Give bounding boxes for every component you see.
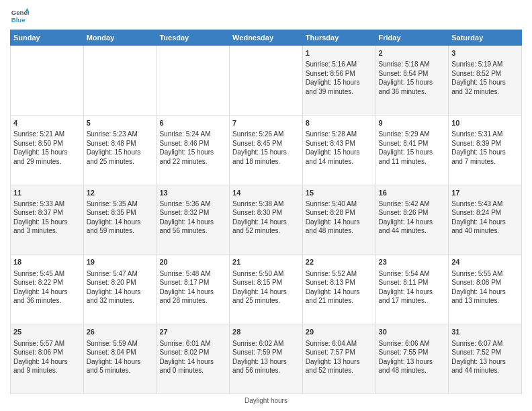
day-number-1-1: 5 — [87, 118, 154, 128]
day-number-3-2: 20 — [159, 257, 226, 267]
calendar-table: Sunday Monday Tuesday Wednesday Thursday… — [10, 30, 522, 394]
cell-3-3: 21Sunrise: 5:50 AMSunset: 8:15 PMDayligh… — [230, 255, 303, 324]
day-info-1-0: Sunrise: 5:21 AMSunset: 8:50 PMDaylight:… — [13, 130, 81, 166]
cell-2-2: 13Sunrise: 5:36 AMSunset: 8:32 PMDayligh… — [157, 185, 230, 255]
cell-3-4: 22Sunrise: 5:52 AMSunset: 8:13 PMDayligh… — [302, 255, 375, 324]
day-info-2-3: Sunrise: 5:38 AMSunset: 8:30 PMDaylight:… — [232, 199, 300, 236]
day-info-0-6: Sunrise: 5:19 AMSunset: 8:52 PMDaylight:… — [451, 60, 519, 96]
calendar-header: Sunday Monday Tuesday Wednesday Thursday… — [11, 30, 522, 46]
footer-note: Daylight hours — [10, 397, 522, 404]
day-number-0-5: 2 — [379, 48, 446, 58]
cell-0-1 — [83, 46, 157, 116]
day-number-1-3: 7 — [232, 118, 300, 128]
cell-0-6: 3Sunrise: 5:19 AMSunset: 8:52 PMDaylight… — [449, 46, 522, 116]
week-row-3: 18Sunrise: 5:45 AMSunset: 8:22 PMDayligh… — [11, 255, 522, 324]
cell-1-0: 4Sunrise: 5:21 AMSunset: 8:50 PMDaylight… — [11, 115, 84, 185]
day-info-4-3: Sunrise: 6:02 AMSunset: 7:59 PMDaylight:… — [232, 339, 300, 375]
logo-icon: General Blue — [10, 7, 29, 26]
cell-1-6: 10Sunrise: 5:31 AMSunset: 8:39 PMDayligh… — [449, 115, 522, 185]
day-number-3-6: 24 — [451, 257, 519, 267]
cell-4-2: 27Sunrise: 6:01 AMSunset: 8:02 PMDayligh… — [157, 324, 230, 394]
cell-1-3: 7Sunrise: 5:26 AMSunset: 8:45 PMDaylight… — [230, 115, 303, 185]
col-friday: Friday — [375, 30, 449, 46]
week-row-2: 11Sunrise: 5:33 AMSunset: 8:37 PMDayligh… — [11, 185, 522, 255]
cell-2-3: 14Sunrise: 5:38 AMSunset: 8:30 PMDayligh… — [230, 185, 303, 255]
day-number-4-5: 30 — [379, 327, 446, 337]
day-number-2-5: 16 — [379, 188, 446, 198]
day-info-3-5: Sunrise: 5:54 AMSunset: 8:11 PMDaylight:… — [379, 269, 446, 306]
day-number-4-1: 26 — [87, 327, 154, 337]
day-info-3-3: Sunrise: 5:50 AMSunset: 8:15 PMDaylight:… — [232, 269, 300, 306]
day-info-4-6: Sunrise: 6:07 AMSunset: 7:52 PMDaylight:… — [451, 339, 519, 375]
day-number-0-4: 1 — [306, 48, 373, 58]
col-monday: Monday — [83, 30, 157, 46]
day-info-1-3: Sunrise: 5:26 AMSunset: 8:45 PMDaylight:… — [232, 130, 300, 166]
cell-4-0: 25Sunrise: 5:57 AMSunset: 8:06 PMDayligh… — [11, 324, 84, 394]
day-info-2-5: Sunrise: 5:42 AMSunset: 8:26 PMDaylight:… — [379, 199, 446, 236]
day-number-4-6: 31 — [451, 327, 519, 337]
day-number-0-6: 3 — [451, 48, 519, 58]
day-info-1-6: Sunrise: 5:31 AMSunset: 8:39 PMDaylight:… — [451, 130, 519, 166]
day-number-1-5: 9 — [379, 118, 446, 128]
day-number-2-1: 12 — [87, 188, 154, 198]
day-number-1-2: 6 — [159, 118, 226, 128]
day-number-3-1: 19 — [87, 257, 154, 267]
cell-2-4: 15Sunrise: 5:40 AMSunset: 8:28 PMDayligh… — [302, 185, 375, 255]
cell-4-1: 26Sunrise: 5:59 AMSunset: 8:04 PMDayligh… — [83, 324, 157, 394]
cell-1-5: 9Sunrise: 5:29 AMSunset: 8:41 PMDaylight… — [375, 115, 449, 185]
day-info-4-2: Sunrise: 6:01 AMSunset: 8:02 PMDaylight:… — [159, 339, 226, 375]
day-info-0-4: Sunrise: 5:16 AMSunset: 8:56 PMDaylight:… — [306, 60, 373, 96]
day-info-4-0: Sunrise: 5:57 AMSunset: 8:06 PMDaylight:… — [13, 339, 81, 375]
cell-3-5: 23Sunrise: 5:54 AMSunset: 8:11 PMDayligh… — [375, 255, 449, 324]
day-info-3-1: Sunrise: 5:47 AMSunset: 8:20 PMDaylight:… — [87, 269, 154, 306]
col-thursday: Thursday — [302, 30, 375, 46]
day-info-3-2: Sunrise: 5:48 AMSunset: 8:17 PMDaylight:… — [159, 269, 226, 306]
cell-2-6: 17Sunrise: 5:43 AMSunset: 8:24 PMDayligh… — [449, 185, 522, 255]
day-number-2-0: 11 — [13, 188, 81, 198]
day-number-4-4: 29 — [306, 327, 373, 337]
day-number-2-2: 13 — [159, 188, 226, 198]
day-info-1-4: Sunrise: 5:28 AMSunset: 8:43 PMDaylight:… — [306, 130, 373, 166]
day-number-2-4: 15 — [306, 188, 373, 198]
header-row: Sunday Monday Tuesday Wednesday Thursday… — [11, 30, 522, 46]
day-number-3-3: 21 — [232, 257, 300, 267]
day-info-4-5: Sunrise: 6:06 AMSunset: 7:55 PMDaylight:… — [379, 339, 446, 375]
cell-0-5: 2Sunrise: 5:18 AMSunset: 8:54 PMDaylight… — [375, 46, 449, 116]
day-number-1-0: 4 — [13, 118, 81, 128]
cell-4-6: 31Sunrise: 6:07 AMSunset: 7:52 PMDayligh… — [449, 324, 522, 394]
day-info-3-6: Sunrise: 5:55 AMSunset: 8:08 PMDaylight:… — [451, 269, 519, 306]
day-info-2-0: Sunrise: 5:33 AMSunset: 8:37 PMDaylight:… — [13, 199, 81, 236]
week-row-4: 25Sunrise: 5:57 AMSunset: 8:06 PMDayligh… — [11, 324, 522, 394]
cell-0-4: 1Sunrise: 5:16 AMSunset: 8:56 PMDaylight… — [302, 46, 375, 116]
day-number-4-0: 25 — [13, 327, 81, 337]
day-number-3-0: 18 — [13, 257, 81, 267]
calendar-body: 1Sunrise: 5:16 AMSunset: 8:56 PMDaylight… — [11, 46, 522, 394]
cell-2-5: 16Sunrise: 5:42 AMSunset: 8:26 PMDayligh… — [375, 185, 449, 255]
cell-4-3: 28Sunrise: 6:02 AMSunset: 7:59 PMDayligh… — [230, 324, 303, 394]
header: General Blue — [10, 7, 522, 26]
cell-2-1: 12Sunrise: 5:35 AMSunset: 8:35 PMDayligh… — [83, 185, 157, 255]
cell-1-4: 8Sunrise: 5:28 AMSunset: 8:43 PMDaylight… — [302, 115, 375, 185]
cell-3-6: 24Sunrise: 5:55 AMSunset: 8:08 PMDayligh… — [449, 255, 522, 324]
page: General Blue Sunday Monday Tuesday Wedne… — [0, 0, 532, 411]
cell-0-0 — [11, 46, 84, 116]
day-number-1-4: 8 — [306, 118, 373, 128]
day-number-3-5: 23 — [379, 257, 446, 267]
cell-3-0: 18Sunrise: 5:45 AMSunset: 8:22 PMDayligh… — [11, 255, 84, 324]
day-info-1-2: Sunrise: 5:24 AMSunset: 8:46 PMDaylight:… — [159, 130, 226, 166]
day-info-1-1: Sunrise: 5:23 AMSunset: 8:48 PMDaylight:… — [87, 130, 154, 166]
day-info-2-2: Sunrise: 5:36 AMSunset: 8:32 PMDaylight:… — [159, 199, 226, 236]
cell-3-1: 19Sunrise: 5:47 AMSunset: 8:20 PMDayligh… — [83, 255, 157, 324]
day-info-4-4: Sunrise: 6:04 AMSunset: 7:57 PMDaylight:… — [306, 339, 373, 375]
week-row-1: 4Sunrise: 5:21 AMSunset: 8:50 PMDaylight… — [11, 115, 522, 185]
day-info-2-6: Sunrise: 5:43 AMSunset: 8:24 PMDaylight:… — [451, 199, 519, 236]
logo: General Blue — [10, 7, 29, 26]
week-row-0: 1Sunrise: 5:16 AMSunset: 8:56 PMDaylight… — [11, 46, 522, 116]
day-info-1-5: Sunrise: 5:29 AMSunset: 8:41 PMDaylight:… — [379, 130, 446, 166]
day-number-4-2: 27 — [159, 327, 226, 337]
col-saturday: Saturday — [449, 30, 522, 46]
day-number-4-3: 28 — [232, 327, 300, 337]
cell-1-1: 5Sunrise: 5:23 AMSunset: 8:48 PMDaylight… — [83, 115, 157, 185]
day-info-4-1: Sunrise: 5:59 AMSunset: 8:04 PMDaylight:… — [87, 339, 154, 375]
col-wednesday: Wednesday — [230, 30, 303, 46]
